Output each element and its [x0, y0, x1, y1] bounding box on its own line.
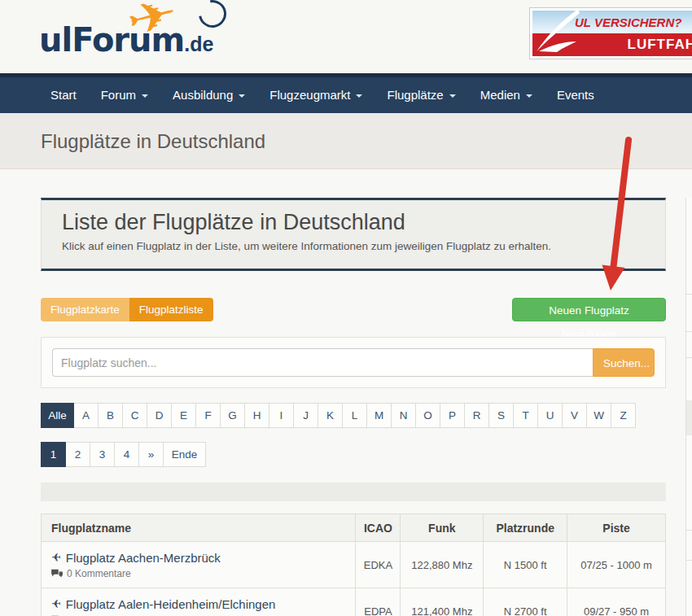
alphabet-filter-letter[interactable]: L	[342, 403, 367, 428]
table-row: ✈ Flugplatz Aachen-Merzbrück 0 Kommentar…	[42, 542, 666, 588]
pagination-page-4[interactable]: 4	[114, 442, 139, 467]
nav-item-start[interactable]: Start	[38, 77, 89, 113]
pagination-page-2[interactable]: 2	[65, 442, 90, 467]
ad-banner[interactable]: UL VERSICHERN? LUFTFAH	[529, 7, 692, 59]
comments-icon	[51, 569, 63, 579]
caret-down-icon	[526, 94, 532, 98]
alphabet-filter-letter[interactable]: S	[488, 403, 514, 428]
airplane-icon: ✈	[51, 551, 61, 564]
caret-down-icon	[356, 94, 362, 98]
caret-down-icon	[239, 94, 245, 98]
caret-down-icon	[449, 94, 456, 98]
alphabet-filter-all[interactable]: Alle	[41, 403, 74, 428]
add-airfield-button[interactable]: Neuen Flugplatz hinzufügen	[512, 298, 666, 321]
alphabet-filter-letter[interactable]: A	[73, 403, 99, 428]
alphabet-filter-letter[interactable]: V	[562, 403, 587, 428]
cell-piste: 09/27 - 950 m	[567, 588, 666, 616]
cell-icao: EDPA	[356, 588, 401, 616]
airfield-link[interactable]: ✈ Flugplatz Aachen-Merzbrück	[51, 551, 345, 565]
cell-piste: 07/25 - 1000 m	[567, 542, 666, 588]
column-header-platzrunde: Platzrunde	[484, 514, 567, 542]
airfield-link[interactable]: ✈ Flugplatz Aalen-Heidenheim/Elchingen	[51, 597, 345, 611]
nav-item-forum[interactable]: Forum	[89, 77, 160, 113]
cutoff-sidebar-sliver	[685, 198, 692, 616]
site-header: ulForum.de ✈ UL VERSICHERN? LUFTFAH	[0, 0, 692, 73]
empty-progress-bar	[41, 483, 666, 501]
alphabet-filter-letter[interactable]: K	[318, 403, 343, 428]
alphabet-filter-letter[interactable]: O	[415, 403, 440, 428]
view-toggle-group: FlugplatzkarteFlugplatzliste	[41, 298, 213, 321]
ad-banner-top-text: UL VERSICHERN?	[575, 15, 681, 29]
hero-subtitle: Klick auf einen Flugplatz in der Liste, …	[62, 240, 645, 252]
map-view-button[interactable]: Flugplatzkarte	[41, 298, 129, 321]
cell-funk: 121,400 Mhz	[401, 588, 484, 616]
cell-icao: EDKA	[356, 542, 401, 588]
alphabet-filter-letter[interactable]: B	[98, 403, 123, 428]
hero-box: Liste der Flugplätze in Deutschland Klic…	[41, 198, 666, 271]
table-header-row: Flugplatzname ICAO Funk Platzrunde Piste	[42, 514, 666, 542]
search-button[interactable]: Suchen...	[593, 348, 655, 377]
propeller-swirl-icon	[193, 0, 231, 33]
pagination-next[interactable]: »	[138, 442, 164, 467]
alphabet-filter-letter[interactable]: I	[269, 403, 294, 428]
nav-item-flugplaetze[interactable]: Flugplätze	[374, 77, 467, 113]
alphabet-filter-letter[interactable]: J	[293, 403, 318, 428]
alphabet-filter-letter[interactable]: H	[244, 403, 269, 428]
page: ulForum.de ✈ UL VERSICHERN? LUFTFAH Star	[0, 0, 692, 616]
alphabet-filter-letter[interactable]: R	[464, 403, 489, 428]
caret-down-icon	[142, 94, 148, 98]
column-header-piste: Piste	[567, 514, 666, 542]
alphabet-filter-letter[interactable]: C	[122, 403, 147, 428]
logo-tld: .de	[184, 33, 213, 55]
airplane-icon: ✈	[51, 597, 61, 610]
site-logo[interactable]: ulForum.de ✈	[39, 21, 213, 59]
cell-platzrunde: N 2700 ft	[484, 588, 567, 616]
table-row: ✈ Flugplatz Aalen-Heidenheim/Elchingen 2…	[42, 588, 666, 616]
list-view-button[interactable]: Flugplatzliste	[129, 298, 213, 321]
cell-funk: 122,880 Mhz	[401, 542, 484, 588]
alphabet-filter: Alle A B C D E F G H I J K L M N O P R S…	[41, 403, 635, 428]
alphabet-filter-letter[interactable]: W	[586, 403, 611, 428]
column-header-flugplatzname: Flugplatzname	[42, 514, 356, 542]
nav-item-ausbildung[interactable]: Ausbildung	[160, 77, 257, 113]
nav-item-events[interactable]: Events	[545, 77, 607, 113]
alphabet-filter-letter[interactable]: G	[220, 403, 245, 428]
page-title: Flugplätze in Deutschland	[41, 113, 692, 169]
pagination-page-1[interactable]: 1	[41, 442, 66, 467]
alphabet-filter-letter[interactable]: T	[513, 403, 538, 428]
cell-platzrunde: N 1500 ft	[484, 542, 567, 588]
alphabet-filter-letter[interactable]: M	[366, 403, 392, 428]
comment-count: 0 Kommentare	[51, 568, 345, 579]
swoosh-airplane-icon	[532, 11, 583, 56]
alphabet-filter-letter[interactable]: Z	[611, 403, 636, 428]
search-panel: Suchen...	[41, 337, 666, 388]
alphabet-filter-letter[interactable]: U	[537, 403, 563, 428]
alphabet-filter-letter[interactable]: N	[391, 403, 416, 428]
search-input[interactable]	[52, 348, 593, 377]
column-header-icao: ICAO	[356, 514, 401, 542]
nav-item-medien[interactable]: Medien	[468, 77, 545, 113]
nav-item-flugzeugmarkt[interactable]: Flugzeugmarkt	[257, 77, 374, 113]
page-title-bar: Flugplätze in Deutschland	[0, 113, 692, 169]
alphabet-filter-letter[interactable]: P	[440, 403, 465, 428]
pagination: 1 2 3 4 » Ende	[41, 442, 205, 467]
ad-banner-bottom-text: LUFTFAH	[628, 37, 692, 53]
column-header-funk: Funk	[401, 514, 484, 542]
hero-title: Liste der Flugplätze in Deutschland	[62, 210, 645, 235]
main-nav: Start Forum Ausbildung Flugzeugmarkt Flu…	[0, 73, 692, 113]
alphabet-filter-letter[interactable]: D	[147, 403, 172, 428]
alphabet-filter-letter[interactable]: F	[195, 403, 221, 428]
alphabet-filter-letter[interactable]: E	[171, 403, 196, 428]
pagination-page-3[interactable]: 3	[90, 442, 115, 467]
pagination-end[interactable]: Ende	[163, 442, 206, 467]
airfield-table: Flugplatzname ICAO Funk Platzrunde Piste…	[41, 513, 666, 616]
